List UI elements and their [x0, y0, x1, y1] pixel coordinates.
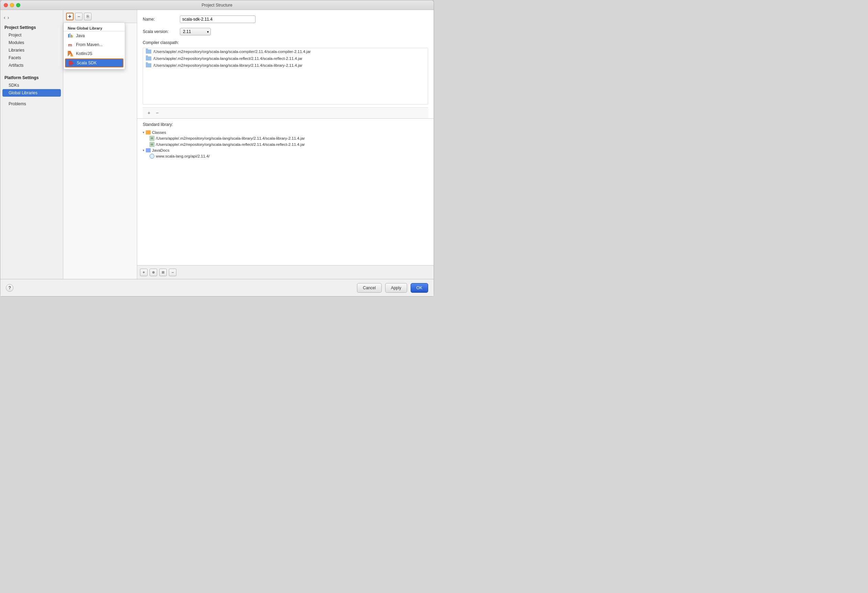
bottom-bar: ? Cancel Apply OK	[0, 279, 434, 296]
javadocs-tree-item: ▾ JavaDocs	[143, 148, 428, 153]
copy-button[interactable]: ⎘	[84, 13, 92, 20]
project-structure-window: Project Structure ‹ › Project Settings P…	[0, 0, 434, 297]
project-settings-header: Project Settings	[0, 22, 63, 31]
sidebar-item-sdks[interactable]: SDKs	[0, 81, 63, 89]
classpath-area: /Users/apple/.m2/repository/org/scala-la…	[143, 48, 428, 105]
compiler-classpath-label: Compiler classpath:	[143, 40, 428, 45]
classpath-item-1: /Users/apple/.m2/repository/org/scala-la…	[143, 48, 428, 55]
add-button[interactable]: +	[66, 13, 74, 20]
svg-rect-3	[72, 35, 73, 37]
sidebar-item-global-libraries[interactable]: Global Libraries	[2, 89, 61, 97]
scala-version-label: Scala version:	[143, 29, 177, 34]
scala-version-select[interactable]: 2.11 2.12 2.13	[180, 28, 211, 35]
classpath-path-1: /Users/apple/.m2/repository/org/scala-la…	[154, 50, 311, 54]
back-arrow[interactable]: ‹	[4, 15, 6, 20]
javadocs-label: JavaDocs	[152, 148, 170, 152]
maven-icon: m	[68, 42, 73, 47]
classpath-path-3: /Users/apple/.m2/repository/org/scala-la…	[154, 63, 302, 67]
center-panel: + − ⎘ New Global Library Java	[63, 10, 137, 279]
svg-rect-0	[68, 34, 69, 37]
standard-lib-toolbar: + ⊕ ⊞ −	[137, 265, 434, 279]
svg-rect-8	[69, 61, 72, 62]
bottom-left: ?	[6, 284, 13, 292]
classpath-remove-btn[interactable]: −	[154, 109, 161, 116]
sidebar: ‹ › Project Settings Project Modules Lib…	[0, 10, 63, 279]
scala-label: Scala SDK	[77, 61, 97, 65]
window-title: Project Structure	[202, 3, 232, 7]
close-button[interactable]	[4, 3, 8, 7]
std-add-src-btn[interactable]: ⊕	[150, 269, 157, 276]
sidebar-item-artifacts[interactable]: Artifacts	[0, 62, 63, 69]
platform-settings-header: Platform Settings	[0, 72, 63, 81]
classes-tree-item: ▾ Classes	[143, 130, 428, 135]
dropdown-item-maven[interactable]: m From Maven...	[63, 40, 125, 49]
maximize-button[interactable]	[16, 3, 20, 7]
classpath-item-2: /Users/apple/.m2/repository/org/scala-la…	[143, 55, 428, 62]
name-input[interactable]	[180, 15, 255, 23]
sidebar-item-libraries[interactable]: Libraries	[0, 46, 63, 54]
traffic-lights	[4, 3, 20, 7]
scala-version-field-row: Scala version: 2.11 2.12 2.13	[143, 28, 428, 35]
std-add-javadoc-btn[interactable]: ⊞	[159, 269, 167, 276]
classes-label: Classes	[152, 130, 166, 135]
folder-icon	[146, 50, 151, 54]
name-field-row: Name:	[143, 15, 428, 23]
javadocs-item-1: www.scala-lang.org/api/2.11.4/	[143, 153, 428, 159]
dropdown-item-kotlin[interactable]: Kotlin/JS	[63, 49, 125, 58]
standard-lib-section: Standard library: ▾ Classes ▤ /Users/app…	[137, 119, 434, 163]
classes-triangle: ▾	[143, 131, 145, 134]
sidebar-item-modules[interactable]: Modules	[0, 39, 63, 46]
scala-version-select-wrapper: 2.11 2.12 2.13	[180, 28, 211, 35]
titlebar: Project Structure	[0, 0, 434, 10]
classpath-toolbar: + −	[143, 107, 428, 118]
web-icon	[150, 154, 154, 158]
classpath-path-2: /Users/apple/.m2/repository/org/scala-la…	[154, 56, 302, 61]
classpath-item-3: /Users/apple/.m2/repository/org/scala-la…	[143, 62, 428, 69]
sidebar-item-facets[interactable]: Facets	[0, 54, 63, 62]
apply-button[interactable]: Apply	[385, 283, 407, 293]
classes-path-2: /Users/apple/.m2/repository/org/scala-la…	[156, 142, 305, 146]
help-button[interactable]: ?	[6, 284, 13, 292]
classes-item-1: ▤ /Users/apple/.m2/repository/org/scala-…	[143, 135, 428, 141]
right-panel: Name: Scala version: 2.11 2.12 2.13	[137, 10, 434, 279]
classes-path-1: /Users/apple/.m2/repository/org/scala-la…	[156, 136, 305, 140]
javadocs-folder-icon	[146, 148, 151, 152]
center-toolbar: + − ⎘ New Global Library Java	[63, 10, 137, 23]
sidebar-item-project[interactable]: Project	[0, 31, 63, 39]
kotlin-icon	[68, 51, 73, 56]
scala-icon	[68, 60, 74, 66]
std-remove-btn[interactable]: −	[169, 269, 176, 276]
ok-button[interactable]: OK	[410, 283, 428, 293]
jar-icon-1: ▤	[150, 136, 154, 140]
jar-icon-2: ▤	[150, 142, 154, 147]
svg-rect-10	[69, 64, 72, 65]
javadocs-triangle: ▾	[143, 149, 145, 152]
dropdown-item-scala[interactable]: Scala SDK	[65, 58, 124, 67]
main-content: ‹ › Project Settings Project Modules Lib…	[0, 10, 434, 279]
dropdown-item-java[interactable]: Java	[63, 31, 125, 40]
classes-folder-icon	[146, 130, 151, 135]
kotlin-label: Kotlin/JS	[76, 51, 92, 56]
classes-item-2: ▤ /Users/apple/.m2/repository/org/scala-…	[143, 141, 428, 148]
svg-text:m: m	[68, 42, 72, 47]
sidebar-nav: ‹ ›	[0, 13, 63, 22]
name-label: Name:	[143, 17, 177, 22]
right-top: Name: Scala version: 2.11 2.12 2.13	[137, 10, 434, 118]
minimize-button[interactable]	[10, 3, 14, 7]
cancel-button[interactable]: Cancel	[357, 283, 381, 293]
java-label: Java	[76, 33, 85, 38]
bottom-right: Cancel Apply OK	[357, 283, 428, 293]
classpath-add-btn[interactable]: +	[145, 109, 152, 116]
folder-icon	[146, 56, 151, 61]
standard-library-label: Standard library:	[143, 122, 428, 127]
remove-button[interactable]: −	[75, 13, 83, 20]
sidebar-item-problems[interactable]: Problems	[0, 100, 63, 108]
maven-label: From Maven...	[76, 42, 102, 47]
dropdown-header: New Global Library	[63, 24, 125, 31]
folder-icon	[146, 63, 151, 67]
std-add-btn[interactable]: +	[140, 269, 148, 276]
forward-arrow[interactable]: ›	[7, 15, 9, 20]
javadocs-url-1: www.scala-lang.org/api/2.11.4/	[156, 154, 210, 158]
svg-rect-9	[69, 63, 74, 64]
svg-rect-2	[71, 35, 72, 37]
